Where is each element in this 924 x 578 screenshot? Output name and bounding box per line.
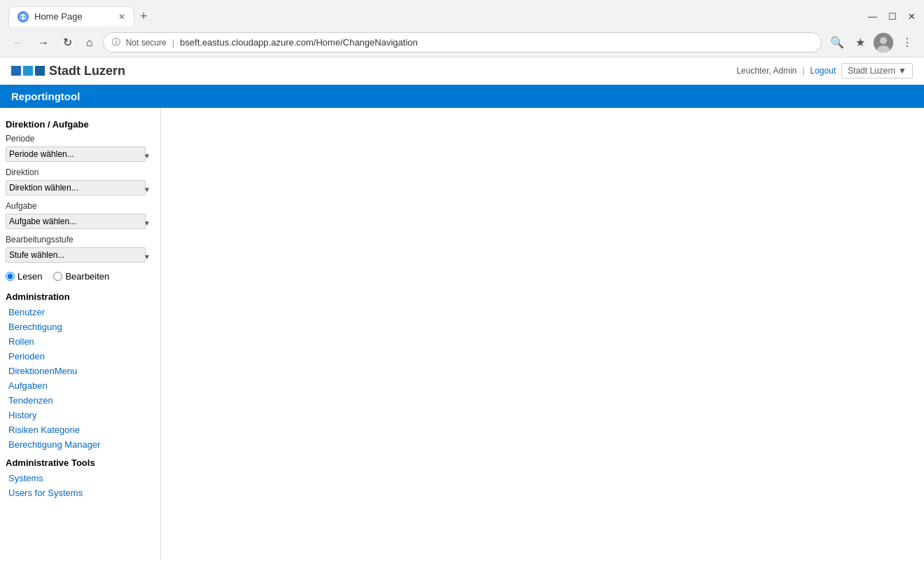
nav-link-berechtigung-manager[interactable]: Berechtigung Manager (0, 437, 160, 452)
aufgabe-label: Aufgabe (0, 200, 160, 212)
browser-chrome: Home Page ✕ + — ☐ ✕ ← → ↻ ⌂ ⓘ Not secure… (0, 0, 924, 57)
back-button[interactable]: ← (8, 34, 28, 52)
org-name: Stadt Luzern (49, 64, 125, 78)
nav-link-tendenzen[interactable]: Tendenzen (0, 393, 160, 408)
app-navbar: Reportingtool (0, 85, 924, 108)
pipe-separator: | (802, 66, 804, 76)
city-label: Stadt Luzern (848, 66, 895, 76)
nav-link-users-for-systems[interactable]: Users for Systems (0, 486, 160, 500)
periode-select[interactable]: Periode wählen... (6, 146, 146, 162)
bearbeitungsstufe-label: Bearbeitungsstufe (0, 233, 160, 246)
lock-icon: ⓘ (112, 36, 120, 48)
nav-link-berechtigung[interactable]: Berechtigung (0, 319, 160, 334)
radio-lesen-label[interactable]: Lesen (6, 271, 42, 282)
user-avatar[interactable] (874, 33, 893, 53)
logo-square-3 (35, 66, 45, 76)
radio-lesen[interactable] (6, 272, 15, 281)
tab-title: Home Page (34, 11, 83, 22)
address-bar[interactable]: ⓘ Not secure | bseft.eastus.cloudapp.azu… (103, 32, 822, 53)
app-header: Stadt Luzern Leuchter, Admin | Logout St… (0, 57, 924, 85)
radio-bearbeiten-text: Bearbeiten (65, 271, 109, 282)
radio-bearbeiten-label[interactable]: Bearbeiten (53, 271, 109, 282)
logo-square-2 (23, 66, 33, 76)
aufgabe-select[interactable]: Aufgabe wählen... (6, 214, 146, 229)
nav-link-systems[interactable]: Systems (0, 471, 160, 486)
aufgabe-select-wrap: Aufgabe wählen... ▼ (0, 212, 160, 233)
city-dropdown[interactable]: Stadt Luzern ▼ (841, 63, 913, 78)
search-button[interactable]: 🔍 (827, 33, 847, 52)
main-layout: Direktion / Aufgabe Periode Periode wähl… (0, 108, 924, 560)
reload-button[interactable]: ↻ (59, 33, 76, 52)
nav-link-benutzer[interactable]: Benutzer (0, 305, 160, 319)
periode-select-wrap: Periode wählen... ▼ (0, 145, 160, 166)
logout-link[interactable]: Logout (810, 66, 836, 76)
tab-close-button[interactable]: ✕ (118, 12, 125, 22)
new-tab-button[interactable]: + (134, 6, 153, 27)
browser-toolbar: ← → ↻ ⌂ ⓘ Not secure | bseft.eastus.clou… (0, 28, 924, 57)
admin-tools-title: Administrative Tools (0, 452, 160, 471)
nav-link-direktionenmenu[interactable]: DirektionenMenu (0, 364, 160, 378)
radio-group: Lesen Bearbeiten (0, 267, 160, 286)
bookmark-button[interactable]: ★ (853, 33, 868, 52)
maximize-button[interactable]: ☐ (888, 11, 897, 22)
navbar-title: Reportingtool (11, 90, 80, 102)
url-text: bseft.eastus.cloudapp.azure.com/Home/Cha… (180, 37, 813, 48)
url-separator: | (172, 37, 174, 48)
nav-link-aufgaben[interactable]: Aufgaben (0, 378, 160, 393)
direktion-select-wrap: Direktion wählen... ▼ (0, 179, 160, 200)
menu-button[interactable]: ⋮ (899, 33, 916, 52)
section1-title: Direktion / Aufgabe (0, 113, 160, 132)
minimize-button[interactable]: — (868, 11, 877, 22)
radio-bearbeiten[interactable] (53, 272, 62, 281)
bearbeitungsstufe-select-wrap: Stufe wählen... ▼ (0, 246, 160, 267)
window-controls: — ☐ ✕ (868, 11, 916, 22)
browser-tab-active[interactable]: Home Page ✕ (8, 6, 134, 27)
nav-link-risiken-kategorie[interactable]: Risiken Kategorie (0, 422, 160, 437)
bearbeitungsstufe-select[interactable]: Stufe wählen... (6, 247, 146, 263)
admin-section-title: Administration (0, 286, 160, 305)
browser-titlebar: Home Page ✕ + — ☐ ✕ (0, 0, 924, 28)
nav-link-perioden[interactable]: Perioden (0, 349, 160, 364)
logo-squares (11, 66, 45, 76)
logo-square-1 (11, 66, 21, 76)
direktion-select[interactable]: Direktion wählen... (6, 180, 146, 195)
username-label: Leuchter, Admin (736, 66, 797, 76)
close-button[interactable]: ✕ (908, 11, 916, 22)
forward-button[interactable]: → (34, 34, 53, 52)
city-dropdown-arrow: ▼ (898, 66, 906, 76)
direktion-label: Direktion (0, 166, 160, 179)
user-info: Leuchter, Admin | Logout Stadt Luzern ▼ (736, 63, 913, 78)
nav-link-rollen[interactable]: Rollen (0, 334, 160, 349)
not-secure-label: Not secure (126, 38, 167, 48)
browser-tabs: Home Page ✕ + (8, 6, 153, 27)
browser-toolbar-right: 🔍 ★ ⋮ (827, 33, 916, 53)
app-logo: Stadt Luzern (11, 64, 125, 78)
radio-lesen-text: Lesen (18, 271, 42, 282)
nav-link-history[interactable]: History (0, 408, 160, 422)
svg-point-4 (880, 37, 887, 44)
content-area (161, 108, 924, 560)
home-button[interactable]: ⌂ (82, 34, 97, 52)
sidebar: Direktion / Aufgabe Periode Periode wähl… (0, 108, 161, 560)
globe-icon (18, 11, 29, 22)
periode-label: Periode (0, 132, 160, 145)
